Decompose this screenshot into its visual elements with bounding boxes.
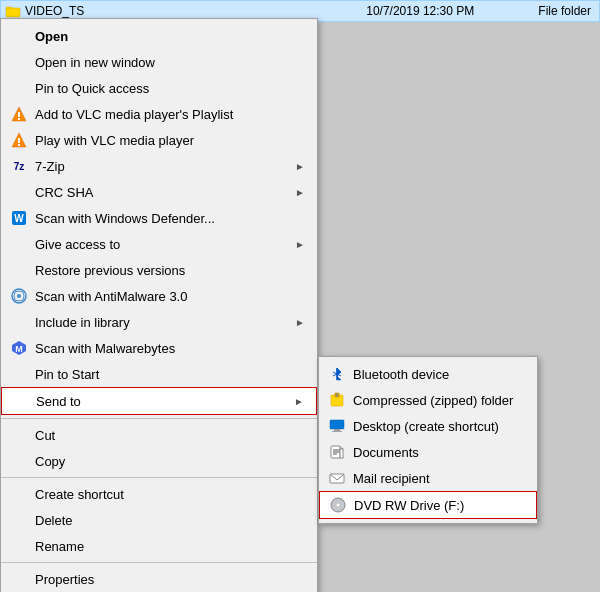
open-icon bbox=[9, 26, 29, 46]
desktop-icon bbox=[327, 416, 347, 436]
open-new-window-icon bbox=[9, 52, 29, 72]
properties-label: Properties bbox=[35, 572, 305, 587]
file-date: 10/7/2019 12:30 PM bbox=[366, 4, 474, 18]
svg-rect-23 bbox=[332, 431, 342, 432]
svg-rect-7 bbox=[18, 144, 20, 146]
menu-item-include-library[interactable]: Include in library ► bbox=[1, 309, 317, 335]
menu-item-properties[interactable]: Properties bbox=[1, 566, 317, 592]
compressed-label: Compressed (zipped) folder bbox=[353, 393, 525, 408]
create-shortcut-label: Create shortcut bbox=[35, 487, 305, 502]
submenu-item-bluetooth[interactable]: Bluetooth device bbox=[319, 361, 537, 387]
desktop-label: Desktop (create shortcut) bbox=[353, 419, 525, 434]
folder-icon bbox=[5, 3, 21, 19]
menu-item-send-to[interactable]: Send to ► bbox=[1, 387, 317, 415]
documents-icon bbox=[327, 442, 347, 462]
malwarebytes-label: Scan with Malwarebytes bbox=[35, 341, 305, 356]
file-name: VIDEO_TS bbox=[25, 4, 125, 18]
menu-item-pin-start[interactable]: Pin to Start bbox=[1, 361, 317, 387]
pin-start-icon bbox=[9, 364, 29, 384]
bluetooth-icon bbox=[327, 364, 347, 384]
submenu-item-compressed[interactable]: Compressed (zipped) folder bbox=[319, 387, 537, 413]
restore-versions-label: Restore previous versions bbox=[35, 263, 305, 278]
svg-rect-3 bbox=[18, 112, 20, 117]
menu-item-copy[interactable]: Copy bbox=[1, 448, 317, 474]
include-library-icon bbox=[9, 312, 29, 332]
menu-item-open-new-window[interactable]: Open in new window bbox=[1, 49, 317, 75]
separator-1 bbox=[1, 418, 317, 419]
vlc-playlist-label: Add to VLC media player's Playlist bbox=[35, 107, 305, 122]
menu-item-delete[interactable]: Delete bbox=[1, 507, 317, 533]
submenu-item-dvd[interactable]: DVD RW Drive (F:) bbox=[319, 491, 537, 519]
give-access-icon bbox=[9, 234, 29, 254]
open-label: Open bbox=[35, 29, 305, 44]
menu-item-pin-quick-access[interactable]: Pin to Quick access bbox=[1, 75, 317, 101]
svg-rect-26 bbox=[340, 449, 343, 458]
give-access-label: Give access to bbox=[35, 237, 295, 252]
give-access-arrow: ► bbox=[295, 239, 305, 250]
7zip-arrow: ► bbox=[295, 161, 305, 172]
copy-label: Copy bbox=[35, 454, 305, 469]
submenu-item-documents[interactable]: Documents bbox=[319, 439, 537, 465]
menu-item-restore-versions[interactable]: Restore previous versions bbox=[1, 257, 317, 283]
7zip-label: 7-Zip bbox=[35, 159, 295, 174]
menu-item-crcsha[interactable]: CRC SHA ► bbox=[1, 179, 317, 205]
defender-icon: W bbox=[9, 208, 29, 228]
delete-icon bbox=[9, 510, 29, 530]
send-to-arrow: ► bbox=[294, 396, 304, 407]
separator-3 bbox=[1, 562, 317, 563]
delete-label: Delete bbox=[35, 513, 305, 528]
send-to-submenu: Bluetooth device Compressed (zipped) fol… bbox=[318, 356, 538, 524]
menu-item-antimalware[interactable]: Scan with AntiMalware 3.0 bbox=[1, 283, 317, 309]
cut-icon bbox=[9, 425, 29, 445]
svg-text:W: W bbox=[14, 213, 24, 224]
properties-icon bbox=[9, 569, 29, 589]
dvd-icon bbox=[328, 495, 348, 515]
vlc-playlist-icon bbox=[9, 104, 29, 124]
svg-rect-21 bbox=[330, 420, 344, 429]
compressed-icon bbox=[327, 390, 347, 410]
malwarebytes-icon: M bbox=[9, 338, 29, 358]
send-to-label: Send to bbox=[36, 394, 294, 409]
menu-item-rename[interactable]: Rename bbox=[1, 533, 317, 559]
7zip-icon: 7z bbox=[9, 156, 29, 176]
file-type: File folder bbox=[538, 4, 591, 18]
rename-icon bbox=[9, 536, 29, 556]
menu-item-vlc-playlist[interactable]: Add to VLC media player's Playlist bbox=[1, 101, 317, 127]
pin-quick-access-icon bbox=[9, 78, 29, 98]
submenu-item-desktop[interactable]: Desktop (create shortcut) bbox=[319, 413, 537, 439]
svg-rect-1 bbox=[6, 7, 12, 9]
mail-label: Mail recipient bbox=[353, 471, 525, 486]
bluetooth-label: Bluetooth device bbox=[353, 367, 525, 382]
separator-2 bbox=[1, 477, 317, 478]
menu-item-7zip[interactable]: 7z 7-Zip ► bbox=[1, 153, 317, 179]
mail-icon bbox=[327, 468, 347, 488]
crcsha-arrow: ► bbox=[295, 187, 305, 198]
menu-item-cut[interactable]: Cut bbox=[1, 422, 317, 448]
svg-rect-6 bbox=[18, 138, 20, 143]
menu-item-give-access[interactable]: Give access to ► bbox=[1, 231, 317, 257]
crcsha-label: CRC SHA bbox=[35, 185, 295, 200]
svg-text:M: M bbox=[15, 344, 23, 354]
vlc-play-label: Play with VLC media player bbox=[35, 133, 305, 148]
menu-item-open[interactable]: Open bbox=[1, 23, 317, 49]
rename-label: Rename bbox=[35, 539, 305, 554]
antimalware-icon bbox=[9, 286, 29, 306]
cut-label: Cut bbox=[35, 428, 305, 443]
pin-start-label: Pin to Start bbox=[35, 367, 305, 382]
copy-icon bbox=[9, 451, 29, 471]
menu-item-create-shortcut[interactable]: Create shortcut bbox=[1, 481, 317, 507]
submenu-item-mail[interactable]: Mail recipient bbox=[319, 465, 537, 491]
antimalware-label: Scan with AntiMalware 3.0 bbox=[35, 289, 305, 304]
menu-item-malwarebytes[interactable]: M Scan with Malwarebytes bbox=[1, 335, 317, 361]
svg-point-11 bbox=[17, 294, 21, 298]
dvd-label: DVD RW Drive (F:) bbox=[354, 498, 524, 513]
pin-quick-access-label: Pin to Quick access bbox=[35, 81, 305, 96]
menu-item-vlc-play[interactable]: Play with VLC media player bbox=[1, 127, 317, 153]
crcsha-icon bbox=[9, 182, 29, 202]
svg-point-32 bbox=[336, 503, 340, 507]
vlc-play-icon bbox=[9, 130, 29, 150]
svg-rect-0 bbox=[6, 8, 20, 17]
include-library-arrow: ► bbox=[295, 317, 305, 328]
menu-item-defender[interactable]: W Scan with Windows Defender... bbox=[1, 205, 317, 231]
open-new-window-label: Open in new window bbox=[35, 55, 305, 70]
